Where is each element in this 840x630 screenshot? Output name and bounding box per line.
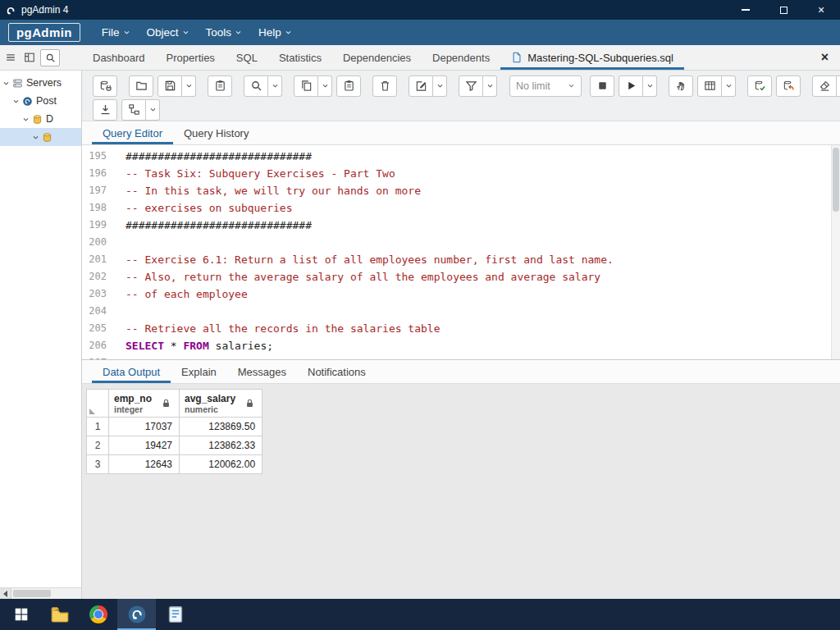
filter-button-dropdown[interactable] <box>483 75 497 97</box>
copy-button[interactable] <box>294 75 318 97</box>
tab-dashboard[interactable]: Dashboard <box>82 45 156 70</box>
cell-value[interactable]: 123869.50 <box>180 418 262 436</box>
cancel-query-button[interactable] <box>590 75 614 97</box>
taskbar-explorer[interactable] <box>40 599 79 630</box>
result-row[interactable]: 219427123862.33 <box>87 436 262 455</box>
explain-options-button-dropdown[interactable] <box>722 75 736 97</box>
tab-messages[interactable]: Messages <box>227 360 297 383</box>
taskbar-start[interactable] <box>2 599 40 630</box>
tab-sql-file[interactable]: Mastering-SQL-Subqueries.sql <box>500 45 684 70</box>
paste-button[interactable] <box>336 75 361 97</box>
tab-query-history[interactable]: Query History <box>173 121 259 144</box>
row-number[interactable]: 1 <box>87 418 109 436</box>
tabs-container: DashboardPropertiesSQLStatisticsDependen… <box>82 45 684 70</box>
menu-items: FileObjectToolsHelp <box>102 26 308 39</box>
expand-caret-icon[interactable] <box>32 134 39 141</box>
download-button[interactable] <box>93 99 117 121</box>
close-button[interactable]: × <box>802 0 840 20</box>
tab-dependents[interactable]: Dependents <box>422 45 500 70</box>
commit-button[interactable] <box>747 75 772 97</box>
row-number[interactable]: 2 <box>87 436 109 455</box>
code-line: 198-- exercises on subqueries <box>82 199 840 217</box>
macro-icon <box>128 103 140 116</box>
code-line: 197-- In this task, we will try our hand… <box>82 182 840 199</box>
tab-explain[interactable]: Explain <box>171 360 227 383</box>
save-button-dropdown[interactable] <box>182 75 196 97</box>
result-row[interactable]: 117037123869.50 <box>87 418 262 436</box>
maximize-button[interactable] <box>765 0 802 20</box>
expand-caret-icon[interactable] <box>12 98 20 105</box>
tab-query-editor[interactable]: Query Editor <box>92 121 173 144</box>
delete-button[interactable] <box>372 75 397 97</box>
close-tab-button[interactable]: × <box>810 45 840 70</box>
execute-button[interactable] <box>619 75 643 97</box>
menu-tools[interactable]: Tools <box>206 26 243 39</box>
editor-scrollbar-thumb[interactable] <box>833 148 839 212</box>
browser-menu-button[interactable] <box>2 49 19 66</box>
line-number: 203 <box>82 285 115 303</box>
editor-vertical-scrollbar[interactable] <box>831 145 840 359</box>
clear-button-dropdown[interactable] <box>837 75 840 97</box>
select-all-cell[interactable] <box>87 390 109 418</box>
taskbar-notepad[interactable] <box>156 599 194 630</box>
copy-button-dropdown[interactable] <box>318 75 332 97</box>
limit-select[interactable]: No limit <box>509 75 582 97</box>
cell-value[interactable]: 19427 <box>109 436 180 455</box>
menu-file[interactable]: File <box>102 26 130 39</box>
tree-item-post[interactable]: Post <box>0 92 81 110</box>
find-button[interactable] <box>244 75 268 97</box>
sql-editor[interactable]: 195#############################196-- Ta… <box>82 145 840 360</box>
execute-button-dropdown[interactable] <box>643 75 657 97</box>
expand-caret-icon[interactable] <box>22 116 30 123</box>
fetch-button[interactable] <box>669 75 693 97</box>
pgadmin-window: pgAdmin 4 × pgAdmin FileObjectToolsHelp … <box>0 0 840 630</box>
cell-value[interactable]: 17037 <box>109 418 180 436</box>
scrollbar-thumb[interactable] <box>13 590 51 597</box>
tab-properties[interactable]: Properties <box>156 45 226 70</box>
taskbar-pgadmin[interactable] <box>117 599 156 630</box>
filter-button[interactable] <box>459 75 483 97</box>
open-file-button[interactable] <box>129 75 153 97</box>
cell-value[interactable]: 120062.00 <box>180 455 262 474</box>
cell-value[interactable]: 123862.33 <box>180 436 262 455</box>
edit-button[interactable] <box>409 75 433 97</box>
menu-help[interactable]: Help <box>258 26 292 39</box>
expand-caret-icon[interactable] <box>2 80 10 87</box>
rollback-button[interactable] <box>776 75 801 97</box>
tab-sql[interactable]: SQL <box>226 45 268 70</box>
close-tab-icon: × <box>821 50 829 65</box>
explain-options-button[interactable] <box>697 75 722 97</box>
column-header-avg_salary[interactable]: avg_salarynumeric <box>180 390 262 418</box>
tab-data-output[interactable]: Data Output <box>92 360 171 383</box>
menu-object[interactable]: Object <box>147 26 189 39</box>
code-text: -- In this task, we will try our hands o… <box>115 182 421 199</box>
tree-item-d[interactable]: D <box>0 110 81 128</box>
tree-item-node-3[interactable] <box>0 128 81 146</box>
edit-button-dropdown[interactable] <box>433 75 447 97</box>
find-button-dropdown[interactable] <box>268 75 282 97</box>
scroll-left-button[interactable] <box>0 588 11 599</box>
tree-item-servers[interactable]: Servers <box>0 74 81 92</box>
macro-button-dropdown[interactable] <box>146 99 160 121</box>
column-header-emp_no[interactable]: emp_nointeger <box>109 390 180 418</box>
sidebar-horizontal-scrollbar[interactable] <box>0 587 81 599</box>
tab-notifications[interactable]: Notifications <box>297 360 377 383</box>
tab-dependencies[interactable]: Dependencies <box>332 45 422 70</box>
result-row[interactable]: 312643120062.00 <box>87 455 262 474</box>
clear-button[interactable] <box>812 75 837 97</box>
save-button[interactable] <box>158 75 182 97</box>
hand-icon <box>675 80 687 92</box>
lock-icon <box>244 398 255 409</box>
object-search-button[interactable] <box>40 49 60 66</box>
menu-label: Tools <box>206 26 232 39</box>
scrollbar-track[interactable] <box>11 588 81 599</box>
connection-button[interactable] <box>93 75 117 97</box>
cell-value[interactable]: 12643 <box>109 455 180 474</box>
tab-statistics[interactable]: Statistics <box>268 45 332 70</box>
macro-button[interactable] <box>121 99 146 121</box>
layout-button[interactable] <box>21 49 38 66</box>
taskbar-chrome[interactable] <box>79 599 117 630</box>
row-number[interactable]: 3 <box>87 455 109 474</box>
copy-rows-button[interactable] <box>208 75 232 97</box>
minimize-button[interactable] <box>727 0 765 20</box>
